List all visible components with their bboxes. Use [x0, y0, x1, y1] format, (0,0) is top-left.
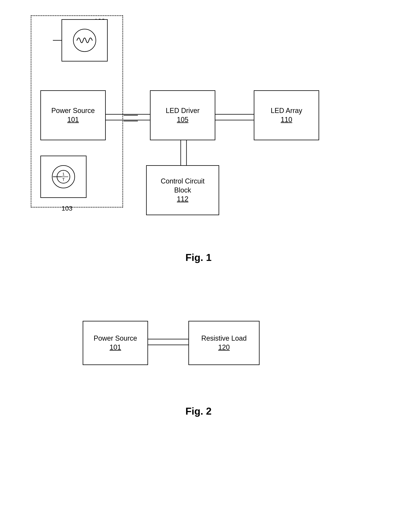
fig2-caption: Fig. 2 — [19, 405, 378, 417]
ac-symbol — [73, 29, 96, 52]
resistive-load-block: Resistive Load 120 — [188, 321, 260, 365]
page: 102 1 T 103 Power Source 101 — [0, 0, 397, 532]
control-circuit-block: Control Circuit Block 112 — [146, 165, 219, 215]
fig1-diagram: 102 1 T 103 Power Source 101 — [19, 12, 378, 271]
led-driver-ref: 105 — [177, 115, 188, 124]
fig2-power-source-label: Power Source — [94, 334, 137, 343]
control-circuit-label1: Control Circuit — [161, 177, 205, 186]
timer-inner: 1 T — [57, 170, 70, 183]
fig2-power-source-block: Power Source 101 — [83, 321, 148, 365]
fig1-caption: Fig. 1 — [19, 252, 378, 263]
ac-wave-icon — [76, 35, 93, 46]
resistive-load-label: Resistive Load — [201, 334, 247, 343]
control-circuit-label2: Block — [174, 186, 191, 195]
led-array-ref: 110 — [281, 115, 292, 124]
led-array-block: LED Array 110 — [254, 90, 319, 140]
power-source-block: Power Source 101 — [40, 90, 106, 140]
timer-source-block: 1 T — [40, 156, 87, 198]
fig2-power-source-ref: 101 — [110, 343, 121, 352]
power-source-ref: 101 — [67, 115, 79, 124]
timer-symbol: 1 T — [52, 165, 75, 188]
control-circuit-ref: 112 — [177, 195, 188, 204]
led-driver-label: LED Driver — [166, 106, 199, 115]
led-driver-block: LED Driver 105 — [150, 90, 215, 140]
resistive-load-ref: 120 — [218, 343, 230, 352]
power-source-label: Power Source — [51, 106, 95, 115]
led-array-label: LED Array — [271, 106, 302, 115]
timer-numerator: 1 — [62, 172, 64, 176]
fig2-diagram: Power Source 101 Resistive Load 120 Fig.… — [19, 309, 378, 425]
label-103: 103 — [62, 205, 73, 212]
ac-source-block — [62, 19, 108, 61]
fraction-bar — [59, 177, 68, 177]
timer-denominator: T — [62, 177, 65, 182]
